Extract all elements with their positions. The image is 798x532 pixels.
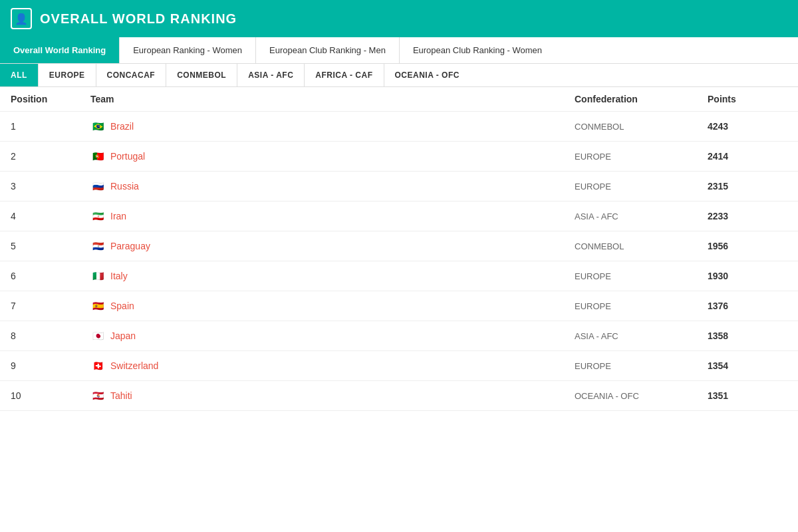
col-confederation: Confederation	[575, 94, 708, 104]
table-body: 1🇧🇷BrazilCONMEBOL42432🇵🇹PortugalEUROPE24…	[0, 112, 798, 411]
team-cell: 🇮🇹Italy	[90, 271, 575, 281]
row-position: 7	[11, 301, 90, 311]
col-points: Points	[708, 94, 787, 104]
team-flag: 🇵🇾	[90, 241, 105, 251]
filter-concacaf[interactable]: CONCACAF	[96, 64, 167, 86]
filter-all[interactable]: ALL	[0, 64, 39, 86]
table-row: 6🇮🇹ItalyEUROPE1930	[0, 261, 798, 291]
table-row: 2🇵🇹PortugalEUROPE2414	[0, 142, 798, 172]
team-name[interactable]: Japan	[110, 331, 136, 341]
table-row: 10🇵🇫TahitiOCEANIA - OFC1351	[0, 381, 798, 411]
row-points: 4243	[708, 121, 787, 132]
tabs-bar: Overall World RankingEuropean Ranking - …	[0, 37, 798, 64]
tab-women[interactable]: European Ranking - Women	[120, 37, 256, 63]
row-position: 9	[11, 360, 90, 371]
row-confederation: OCEANIA - OFC	[575, 391, 708, 401]
team-flag: 🇷🇺	[90, 182, 105, 192]
row-confederation: ASIA - AFC	[575, 211, 708, 221]
filter-bar: ALLEUROPECONCACAFCONMEBOLASIA - AFCAFRIC…	[0, 64, 798, 87]
tab-club-women[interactable]: European Club Ranking - Women	[400, 37, 555, 63]
team-cell: 🇵🇫Tahiti	[90, 390, 575, 401]
team-name[interactable]: Spain	[110, 301, 134, 311]
row-position: 4	[11, 211, 90, 221]
filter-africa[interactable]: AFRICA - CAF	[305, 64, 384, 86]
tab-overall[interactable]: Overall World Ranking	[0, 37, 120, 63]
filter-conmebol[interactable]: CONMEBOL	[166, 64, 237, 86]
row-points: 2233	[708, 211, 787, 221]
team-name[interactable]: Tahiti	[110, 390, 132, 401]
team-name[interactable]: Russia	[110, 181, 139, 192]
team-cell: 🇷🇺Russia	[90, 181, 575, 192]
team-flag: 🇯🇵	[90, 331, 105, 341]
row-confederation: EUROPE	[575, 182, 708, 192]
row-points: 1376	[708, 301, 787, 311]
team-name[interactable]: Iran	[110, 211, 126, 221]
row-confederation: EUROPE	[575, 152, 708, 162]
team-name[interactable]: Switzerland	[110, 360, 158, 371]
row-confederation: EUROPE	[575, 361, 708, 371]
team-cell: 🇯🇵Japan	[90, 331, 575, 341]
filter-europe[interactable]: EUROPE	[39, 64, 96, 86]
row-points: 1358	[708, 331, 787, 341]
table-row: 8🇯🇵JapanASIA - AFC1358	[0, 321, 798, 351]
team-flag: 🇵🇫	[90, 391, 105, 401]
row-position: 1	[11, 121, 90, 132]
table-row: 4🇮🇷IranASIA - AFC2233	[0, 201, 798, 231]
row-confederation: EUROPE	[575, 271, 708, 281]
team-flag: 🇵🇹	[90, 152, 105, 162]
team-cell: 🇮🇷Iran	[90, 211, 575, 221]
team-name[interactable]: Italy	[110, 271, 128, 281]
team-cell: 🇪🇸Spain	[90, 301, 575, 311]
row-points: 1351	[708, 390, 787, 401]
row-confederation: CONMEBOL	[575, 241, 708, 251]
team-flag: 🇮🇹	[90, 271, 105, 281]
team-flag: 🇮🇷	[90, 211, 105, 221]
team-name[interactable]: Portugal	[110, 151, 145, 162]
team-name[interactable]: Brazil	[110, 121, 134, 132]
team-flag: 🇧🇷	[90, 122, 105, 132]
filter-asia[interactable]: ASIA - AFC	[237, 64, 305, 86]
col-team: Team	[90, 94, 575, 104]
row-position: 2	[11, 151, 90, 162]
row-position: 3	[11, 181, 90, 192]
row-position: 10	[11, 390, 90, 401]
team-name[interactable]: Paraguay	[110, 241, 150, 251]
table-header: Position Team Confederation Points	[0, 87, 798, 112]
row-points: 2315	[708, 181, 787, 192]
row-confederation: EUROPE	[575, 301, 708, 311]
header-icon: 👤	[11, 8, 32, 29]
table-row: 3🇷🇺RussiaEUROPE2315	[0, 172, 798, 201]
table-row: 1🇧🇷BrazilCONMEBOL4243	[0, 112, 798, 142]
row-position: 8	[11, 331, 90, 341]
row-confederation: ASIA - AFC	[575, 331, 708, 341]
team-cell: 🇧🇷Brazil	[90, 121, 575, 132]
table-row: 9🇨🇭SwitzerlandEUROPE1354	[0, 351, 798, 381]
row-points: 1930	[708, 271, 787, 281]
row-points: 2414	[708, 151, 787, 162]
team-flag: 🇨🇭	[90, 361, 105, 371]
row-position: 6	[11, 271, 90, 281]
team-cell: 🇨🇭Switzerland	[90, 360, 575, 371]
row-position: 5	[11, 241, 90, 251]
team-cell: 🇵🇾Paraguay	[90, 241, 575, 251]
row-points: 1354	[708, 360, 787, 371]
row-confederation: CONMEBOL	[575, 122, 708, 132]
tab-club-men[interactable]: European Club Ranking - Men	[256, 37, 400, 63]
page-title: OVERALL WORLD RANKING	[40, 11, 237, 27]
table-row: 5🇵🇾ParaguayCONMEBOL1956	[0, 231, 798, 261]
filter-oceania[interactable]: OCEANIA - OFC	[384, 64, 470, 86]
team-cell: 🇵🇹Portugal	[90, 151, 575, 162]
col-position: Position	[11, 94, 90, 104]
row-points: 1956	[708, 241, 787, 251]
table-row: 7🇪🇸SpainEUROPE1376	[0, 291, 798, 321]
header-bar: 👤 OVERALL WORLD RANKING	[0, 0, 798, 37]
team-flag: 🇪🇸	[90, 301, 105, 311]
